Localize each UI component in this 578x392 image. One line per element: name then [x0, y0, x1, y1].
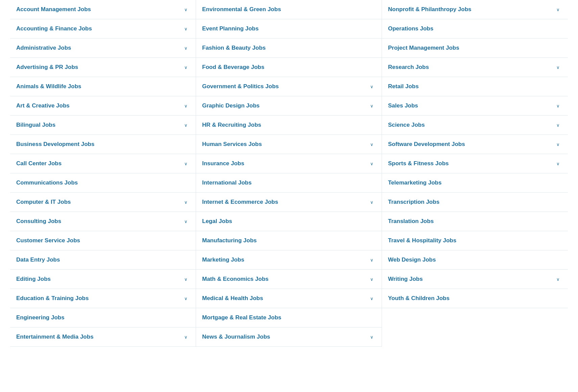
- list-item[interactable]: Internet & Ecommerce Jobs∨: [196, 193, 382, 212]
- list-item[interactable]: Government & Politics Jobs∨: [196, 77, 382, 96]
- list-item[interactable]: Insurance Jobs∨: [196, 154, 382, 173]
- list-item[interactable]: International Jobs: [196, 173, 382, 193]
- job-category-label: News & Journalism Jobs: [202, 334, 270, 340]
- list-item[interactable]: Software Development Jobs∨: [382, 135, 568, 154]
- list-item[interactable]: Animals & Wildlife Jobs: [10, 77, 196, 96]
- job-category-label: Youth & Children Jobs: [388, 295, 450, 302]
- job-category-label: Nonprofit & Philanthropy Jobs: [388, 6, 472, 13]
- chevron-down-icon: ∨: [556, 142, 560, 147]
- list-item[interactable]: Science Jobs∨: [382, 116, 568, 135]
- job-category-label: Advertising & PR Jobs: [16, 64, 78, 71]
- column-2: Environmental & Green JobsEvent Planning…: [196, 0, 382, 347]
- list-item[interactable]: Medical & Health Jobs∨: [196, 289, 382, 308]
- job-category-label: Web Design Jobs: [388, 256, 436, 263]
- list-item[interactable]: Writing Jobs∨: [382, 270, 568, 289]
- list-item[interactable]: Manufacturing Jobs: [196, 231, 382, 250]
- job-category-label: Research Jobs: [388, 64, 429, 71]
- job-category-label: Translation Jobs: [388, 218, 434, 225]
- chevron-down-icon: ∨: [184, 123, 188, 128]
- job-category-label: Fashion & Beauty Jobs: [202, 45, 266, 51]
- list-item[interactable]: Research Jobs∨: [382, 58, 568, 77]
- list-item[interactable]: Accounting & Finance Jobs∨: [10, 19, 196, 39]
- list-item[interactable]: Youth & Children Jobs: [382, 289, 568, 308]
- list-item[interactable]: Engineering Jobs: [10, 308, 196, 327]
- list-item[interactable]: Advertising & PR Jobs∨: [10, 58, 196, 77]
- list-item[interactable]: Art & Creative Jobs∨: [10, 96, 196, 116]
- list-item[interactable]: Entertainment & Media Jobs∨: [10, 327, 196, 347]
- list-item[interactable]: Communications Jobs: [10, 173, 196, 193]
- list-item[interactable]: Operations Jobs: [382, 19, 568, 39]
- list-item[interactable]: Customer Service Jobs: [10, 231, 196, 250]
- list-item[interactable]: Travel & Hospitality Jobs: [382, 231, 568, 250]
- list-item[interactable]: Translation Jobs: [382, 212, 568, 231]
- list-item[interactable]: Consulting Jobs∨: [10, 212, 196, 231]
- list-item[interactable]: Food & Beverage Jobs: [196, 58, 382, 77]
- chevron-down-icon: ∨: [370, 335, 374, 340]
- job-category-label: Sales Jobs: [388, 102, 418, 109]
- chevron-down-icon: ∨: [556, 123, 560, 128]
- job-category-label: Graphic Design Jobs: [202, 102, 260, 109]
- job-category-label: Communications Jobs: [16, 179, 78, 186]
- list-item[interactable]: Mortgage & Real Estate Jobs: [196, 308, 382, 327]
- job-category-label: Editing Jobs: [16, 276, 51, 283]
- chevron-down-icon: ∨: [370, 296, 374, 301]
- list-item[interactable]: Retail Jobs: [382, 77, 568, 96]
- list-item[interactable]: Marketing Jobs∨: [196, 250, 382, 270]
- job-category-label: International Jobs: [202, 179, 251, 186]
- job-category-label: Customer Service Jobs: [16, 237, 80, 244]
- chevron-down-icon: ∨: [184, 103, 188, 108]
- job-category-label: Internet & Ecommerce Jobs: [202, 199, 278, 205]
- job-category-label: Computer & IT Jobs: [16, 199, 71, 205]
- chevron-down-icon: ∨: [184, 296, 188, 301]
- chevron-down-icon: ∨: [370, 142, 374, 147]
- list-item[interactable]: Data Entry Jobs: [10, 250, 196, 270]
- chevron-down-icon: ∨: [184, 26, 188, 31]
- list-item[interactable]: Nonprofit & Philanthropy Jobs∨: [382, 0, 568, 19]
- job-category-label: Data Entry Jobs: [16, 256, 60, 263]
- list-item[interactable]: Math & Economics Jobs∨: [196, 270, 382, 289]
- list-item[interactable]: Computer & IT Jobs∨: [10, 193, 196, 212]
- job-category-label: Human Services Jobs: [202, 141, 262, 148]
- chevron-down-icon: ∨: [556, 277, 560, 282]
- list-item[interactable]: Account Management Jobs∨: [10, 0, 196, 19]
- list-item[interactable]: Graphic Design Jobs∨: [196, 96, 382, 116]
- job-category-label: Marketing Jobs: [202, 256, 244, 263]
- list-item[interactable]: Fashion & Beauty Jobs: [196, 39, 382, 58]
- list-item[interactable]: Telemarketing Jobs: [382, 173, 568, 193]
- job-category-label: Insurance Jobs: [202, 160, 244, 167]
- list-item[interactable]: HR & Recruiting Jobs: [196, 116, 382, 135]
- list-item[interactable]: Education & Training Jobs∨: [10, 289, 196, 308]
- job-category-label: Education & Training Jobs: [16, 295, 89, 302]
- chevron-down-icon: ∨: [370, 103, 374, 108]
- job-category-label: Mortgage & Real Estate Jobs: [202, 314, 281, 321]
- job-category-label: Business Development Jobs: [16, 141, 94, 148]
- job-category-label: Art & Creative Jobs: [16, 102, 70, 109]
- list-item[interactable]: Event Planning Jobs: [196, 19, 382, 39]
- list-item[interactable]: Sales Jobs∨: [382, 96, 568, 116]
- list-item[interactable]: Transcription Jobs: [382, 193, 568, 212]
- list-item[interactable]: Editing Jobs∨: [10, 270, 196, 289]
- list-item[interactable]: News & Journalism Jobs∨: [196, 327, 382, 347]
- job-category-label: Software Development Jobs: [388, 141, 465, 148]
- list-item[interactable]: Web Design Jobs: [382, 250, 568, 270]
- list-item[interactable]: Bilingual Jobs∨: [10, 116, 196, 135]
- list-item[interactable]: Administrative Jobs∨: [10, 39, 196, 58]
- chevron-down-icon: ∨: [556, 161, 560, 166]
- job-category-label: HR & Recruiting Jobs: [202, 122, 261, 128]
- list-item[interactable]: Legal Jobs: [196, 212, 382, 231]
- list-item[interactable]: Environmental & Green Jobs: [196, 0, 382, 19]
- list-item[interactable]: Project Management Jobs: [382, 39, 568, 58]
- job-category-label: Animals & Wildlife Jobs: [16, 83, 81, 90]
- column-3: Nonprofit & Philanthropy Jobs∨Operations…: [382, 0, 568, 347]
- list-item[interactable]: Business Development Jobs: [10, 135, 196, 154]
- list-item[interactable]: Human Services Jobs∨: [196, 135, 382, 154]
- chevron-down-icon: ∨: [370, 161, 374, 166]
- job-category-label: Entertainment & Media Jobs: [16, 334, 94, 340]
- list-item[interactable]: Sports & Fitness Jobs∨: [382, 154, 568, 173]
- job-category-label: Medical & Health Jobs: [202, 295, 263, 302]
- list-item[interactable]: Call Center Jobs∨: [10, 154, 196, 173]
- job-category-label: Operations Jobs: [388, 25, 433, 32]
- job-category-label: Administrative Jobs: [16, 45, 71, 51]
- job-category-label: Math & Economics Jobs: [202, 276, 268, 283]
- job-category-label: Event Planning Jobs: [202, 25, 259, 32]
